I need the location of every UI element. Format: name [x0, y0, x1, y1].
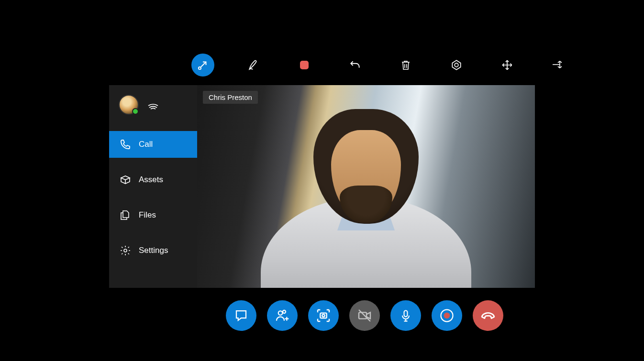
svg-rect-1 — [300, 61, 309, 69]
add-person-icon — [275, 308, 290, 323]
undo-icon — [349, 59, 361, 71]
nav-item-assets[interactable]: Assets — [109, 166, 197, 193]
svg-point-5 — [283, 310, 286, 313]
pin-icon — [551, 60, 565, 70]
pen-ink-icon — [247, 59, 260, 71]
sidebar: Call Assets Files — [109, 85, 197, 288]
undo-tool[interactable] — [344, 54, 366, 77]
network-signal-icon — [147, 99, 159, 110]
svg-point-11 — [444, 313, 450, 319]
mic-toggle-button[interactable] — [390, 300, 421, 331]
svg-point-3 — [124, 249, 127, 252]
svg-point-0 — [199, 67, 201, 69]
settings-icon — [120, 245, 131, 256]
stop-record-indicator[interactable] — [293, 54, 316, 77]
move-tool[interactable] — [496, 54, 519, 77]
svg-point-7 — [322, 314, 324, 317]
participant-name-badge: Chris Preston — [203, 91, 258, 104]
annotation-toolbar — [191, 54, 569, 77]
camera-toggle-button[interactable] — [349, 300, 380, 331]
nav-label-assets: Assets — [139, 175, 163, 185]
call-controls — [226, 300, 503, 331]
end-call-button[interactable] — [473, 300, 503, 331]
arrow-ink-tool[interactable] — [191, 54, 214, 77]
sidebar-header — [109, 85, 197, 124]
camera-off-icon — [357, 308, 372, 323]
trash-icon — [400, 59, 411, 71]
arrow-ink-icon — [197, 59, 209, 71]
chat-button[interactable] — [226, 300, 256, 331]
self-avatar[interactable] — [119, 95, 139, 115]
hang-up-icon — [480, 307, 496, 324]
record-button[interactable] — [432, 300, 462, 331]
nav-label-settings: Settings — [139, 246, 168, 255]
assets-icon — [120, 174, 131, 186]
delete-tool[interactable] — [394, 54, 417, 77]
files-icon — [120, 209, 131, 221]
camera-capture-icon — [316, 308, 331, 323]
hololens-icon — [450, 59, 463, 71]
hololens-annotate-tool[interactable] — [445, 54, 468, 77]
participant-portrait — [261, 97, 471, 288]
phone-icon — [120, 139, 131, 150]
nav-label-files: Files — [139, 210, 156, 220]
nav-item-call[interactable]: Call — [109, 131, 197, 158]
chat-icon — [234, 308, 248, 323]
remote-video: Chris Preston — [197, 85, 535, 288]
nav-label-call: Call — [139, 140, 153, 149]
svg-point-4 — [278, 311, 283, 315]
pin-tool[interactable] — [546, 54, 569, 77]
nav-item-files[interactable]: Files — [109, 202, 197, 229]
record-icon — [440, 308, 454, 323]
svg-point-2 — [455, 63, 458, 67]
pen-ink-tool[interactable] — [242, 54, 265, 77]
add-person-button[interactable] — [267, 300, 298, 331]
svg-rect-9 — [404, 311, 408, 317]
screenshot-button[interactable] — [308, 300, 339, 331]
stop-icon — [299, 59, 310, 71]
presence-indicator — [132, 108, 139, 115]
nav-item-settings[interactable]: Settings — [109, 237, 197, 264]
move-arrows-icon — [501, 59, 513, 71]
sidebar-nav: Call Assets Files — [109, 124, 197, 273]
main-panel: Call Assets Files — [109, 85, 535, 288]
mic-icon — [399, 308, 412, 323]
